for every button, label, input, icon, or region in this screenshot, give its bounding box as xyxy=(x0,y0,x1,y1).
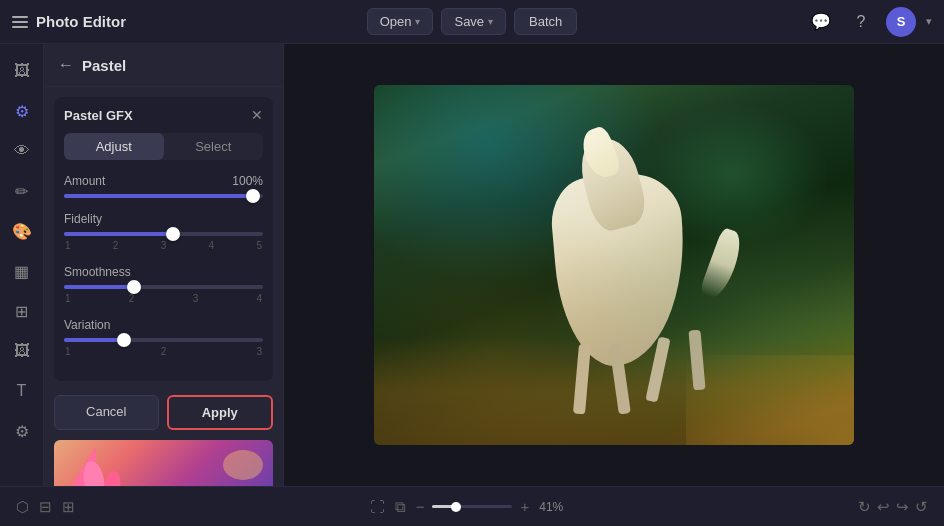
slider-variation-ticks: 1 2 3 xyxy=(64,346,263,357)
header-left: Photo Editor xyxy=(12,13,367,30)
help-icon[interactable]: ? xyxy=(846,7,876,37)
sidebar-item-brush[interactable]: ✏ xyxy=(5,174,39,208)
body: 🖼 ⚙ 👁 ✏ 🎨 ▦ ⊞ 🖼 T ⚙ ← Pastel Pastel GFX … xyxy=(0,44,944,486)
slider-fidelity-track[interactable] xyxy=(64,232,263,236)
adjustments-icon[interactable]: ⊟ xyxy=(39,498,52,516)
reset-icon[interactable]: ↺ xyxy=(915,498,928,516)
save-chevron-icon: ▾ xyxy=(488,16,493,27)
slider-variation-track[interactable] xyxy=(64,338,263,342)
sidebar-item-adjust[interactable]: ⚙ xyxy=(5,94,39,128)
app-title: Photo Editor xyxy=(36,13,126,30)
open-chevron-icon: ▾ xyxy=(415,16,420,27)
header-center: Open ▾ Save ▾ Batch xyxy=(367,8,578,35)
icon-bar: 🖼 ⚙ 👁 ✏ 🎨 ▦ ⊞ 🖼 T ⚙ xyxy=(0,44,44,486)
sidebar-item-image[interactable]: 🖼 xyxy=(5,334,39,368)
sidebar-item-apps[interactable]: ⊞ xyxy=(5,294,39,328)
slider-fidelity-header: Fidelity xyxy=(64,212,263,226)
layers-icon[interactable]: ⬡ xyxy=(16,498,29,516)
header-right: 💬 ? S ▾ xyxy=(577,7,932,37)
sidebar-item-text[interactable]: T xyxy=(5,374,39,408)
bottom-bar: ⬡ ⊟ ⊞ ⛶ ⧉ − + 41% ↻ ↩ ↪ ↺ xyxy=(0,486,944,526)
sub-panel: Pastel GFX ✕ Adjust Select Amount 100% xyxy=(54,97,273,381)
bottom-right-icons: ↻ ↩ ↪ ↺ xyxy=(858,498,928,516)
grid-icon[interactable]: ⊞ xyxy=(62,498,75,516)
panel-actions: Cancel Apply xyxy=(44,395,283,430)
sidebar-item-layers[interactable]: ▦ xyxy=(5,254,39,288)
undo-icon[interactable]: ↩ xyxy=(877,498,890,516)
expand-icon[interactable]: ⛶ xyxy=(370,498,385,515)
sidebar-item-settings[interactable]: ⚙ xyxy=(5,414,39,448)
slider-amount-value: 100% xyxy=(232,174,263,188)
slider-fidelity: Fidelity 1 2 3 4 5 xyxy=(64,212,263,251)
zoom-in-icon[interactable]: + xyxy=(520,498,529,515)
panel-header: ← Pastel xyxy=(44,44,283,87)
tab-adjust[interactable]: Adjust xyxy=(64,133,164,160)
sub-panel-title: Pastel GFX xyxy=(64,108,133,123)
sub-panel-close-icon[interactable]: ✕ xyxy=(251,107,263,123)
apply-button[interactable]: Apply xyxy=(167,395,274,430)
thumbnails-list: Pastel 1 AI Pastel 2 xyxy=(44,430,283,486)
bottom-left-icons: ⬡ ⊟ ⊞ xyxy=(16,498,75,516)
sub-panel-header: Pastel GFX ✕ xyxy=(64,107,263,123)
slider-amount: Amount 100% xyxy=(64,174,263,198)
zoom-value: 41% xyxy=(539,500,563,514)
slider-smoothness-ticks: 1 2 3 4 xyxy=(64,293,263,304)
zoom-control: − + xyxy=(416,498,530,515)
zoom-slider[interactable] xyxy=(432,505,512,508)
panel: ← Pastel Pastel GFX ✕ Adjust Select Amou… xyxy=(44,44,284,486)
slider-fidelity-ticks: 1 2 3 4 5 xyxy=(64,240,263,251)
redo-icon[interactable]: ↪ xyxy=(896,498,909,516)
slider-fidelity-label: Fidelity xyxy=(64,212,102,226)
header: Photo Editor Open ▾ Save ▾ Batch 💬 ? S ▾ xyxy=(0,0,944,44)
slider-amount-label: Amount xyxy=(64,174,105,188)
slider-variation: Variation 1 2 3 xyxy=(64,318,263,357)
slider-smoothness: Smoothness 1 2 3 4 xyxy=(64,265,263,304)
sidebar-item-photos[interactable]: 🖼 xyxy=(5,54,39,88)
hamburger-menu-icon[interactable] xyxy=(12,16,28,28)
slider-amount-header: Amount 100% xyxy=(64,174,263,188)
slider-variation-label: Variation xyxy=(64,318,110,332)
sidebar-item-eye[interactable]: 👁 xyxy=(5,134,39,168)
crop-icon[interactable]: ⧉ xyxy=(395,498,406,516)
cancel-button[interactable]: Cancel xyxy=(54,395,159,430)
slider-variation-header: Variation xyxy=(64,318,263,332)
thumbnail-pastel1-image xyxy=(54,440,273,486)
zoom-out-icon[interactable]: − xyxy=(416,498,425,515)
thumbnail-pastel1[interactable]: Pastel 1 AI xyxy=(54,440,273,486)
chat-icon[interactable]: 💬 xyxy=(806,7,836,37)
canvas-area xyxy=(284,44,944,486)
refresh-icon[interactable]: ↻ xyxy=(858,498,871,516)
avatar[interactable]: S xyxy=(886,7,916,37)
back-button[interactable]: ← xyxy=(58,56,74,74)
panel-title: Pastel xyxy=(82,57,126,74)
slider-smoothness-label: Smoothness xyxy=(64,265,131,279)
sidebar-item-paint[interactable]: 🎨 xyxy=(5,214,39,248)
tab-select[interactable]: Select xyxy=(164,133,264,160)
canvas-image xyxy=(374,85,854,445)
open-button[interactable]: Open ▾ xyxy=(367,8,434,35)
avatar-chevron-icon[interactable]: ▾ xyxy=(926,15,932,28)
open-label: Open xyxy=(380,14,412,29)
slider-smoothness-track[interactable] xyxy=(64,285,263,289)
batch-button[interactable]: Batch xyxy=(514,8,577,35)
tabs: Adjust Select xyxy=(64,133,263,160)
slider-smoothness-header: Smoothness xyxy=(64,265,263,279)
save-label: Save xyxy=(454,14,484,29)
bottom-center: ⛶ ⧉ − + 41% xyxy=(370,498,564,516)
slider-amount-track[interactable] xyxy=(64,194,263,198)
save-button[interactable]: Save ▾ xyxy=(441,8,506,35)
